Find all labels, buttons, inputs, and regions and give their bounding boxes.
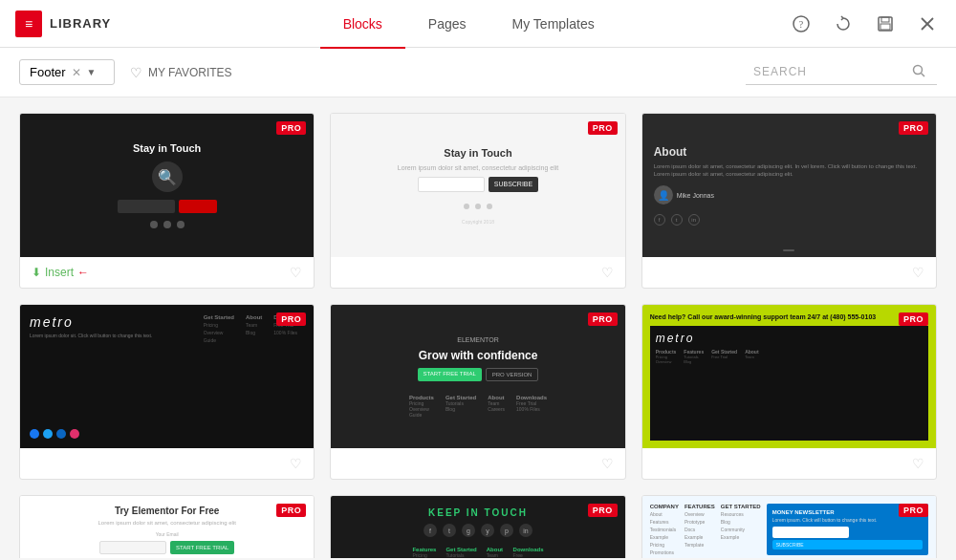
card-thumbnail-3: About Lorem ipsum dolor sit amet, consec… <box>642 114 936 257</box>
template-card-7[interactable]: Try Elementor For Free Lorem ipsum dolor… <box>19 495 315 558</box>
card-footer-3: ♡ <box>642 257 936 288</box>
pro-badge-6: PRO <box>899 312 928 326</box>
pro-badge-5: PRO <box>588 312 618 326</box>
card-footer-2: ♡ <box>331 257 624 288</box>
filter-arrow-icon: ▼ <box>87 67 97 77</box>
card-thumbnail-9: COMPANY About Features Testimonials Exam… <box>642 496 936 558</box>
header-actions: ? <box>788 11 941 37</box>
template-card-3[interactable]: About Lorem ipsum dolor sit amet, consec… <box>641 113 937 289</box>
card-thumbnail-7: Try Elementor For Free Lorem ipsum dolor… <box>20 496 314 558</box>
favorite-button-3[interactable]: ♡ <box>912 265 924 280</box>
favorite-button-1[interactable]: ♡ <box>290 265 302 280</box>
heart-icon: ♡ <box>130 65 142 80</box>
template-card-5[interactable]: ELEMENTOR Grow with confidence START FRE… <box>330 304 625 480</box>
card-footer-6: ♡ <box>642 448 936 479</box>
card-footer-5: ♡ <box>331 448 624 479</box>
logo-icon: ≡ <box>15 11 42 37</box>
card-footer-4: ♡ <box>20 448 314 479</box>
favorite-button-2[interactable]: ♡ <box>601 265 614 280</box>
grid-container: Stay in Touch 🔍 PRO ⬇ Insert ← <box>0 97 956 558</box>
filter-dropdown[interactable]: Footer ✕ ▼ <box>19 59 115 85</box>
insert-button-1[interactable]: ⬇ Insert ← <box>32 266 89 279</box>
favorite-button-5[interactable]: ♡ <box>601 456 614 471</box>
card-thumbnail-4: metro Lorem ipsum dolor sit. Click will … <box>20 305 314 448</box>
search-input[interactable] <box>753 65 906 78</box>
thumb-title-1: Stay in Touch <box>133 142 201 154</box>
template-card-2[interactable]: Stay in Touch Lorem ipsum dolor sit amet… <box>330 113 625 289</box>
favorites-label: MY FAVORITES <box>148 66 232 79</box>
card-thumbnail-6: Need help? Call our award-winning suppor… <box>642 305 936 448</box>
template-card-6[interactable]: Need help? Call our award-winning suppor… <box>641 304 937 480</box>
card-thumbnail-2: Stay in Touch Lorem ipsum dolor sit amet… <box>331 114 624 257</box>
help-button[interactable]: ? <box>788 11 815 37</box>
template-grid: Stay in Touch 🔍 PRO ⬇ Insert ← <box>19 113 937 558</box>
refresh-button[interactable] <box>830 11 857 37</box>
search-area <box>746 60 937 85</box>
svg-line-8 <box>922 73 925 76</box>
pro-badge-9: PRO <box>899 504 928 517</box>
tab-pages[interactable]: Pages <box>405 1 489 49</box>
svg-rect-4 <box>880 24 890 30</box>
pro-badge-3: PRO <box>899 121 928 135</box>
favorite-button-6[interactable]: ♡ <box>912 456 924 471</box>
insert-arrow-1: ← <box>77 266 89 279</box>
tab-my-templates[interactable]: My Templates <box>489 1 618 49</box>
close-button[interactable] <box>914 11 941 37</box>
svg-point-7 <box>914 65 923 74</box>
save-button[interactable] <box>872 11 899 37</box>
template-card-9[interactable]: COMPANY About Features Testimonials Exam… <box>641 495 937 558</box>
logo-symbol: ≡ <box>25 16 33 32</box>
template-card-8[interactable]: KEEP IN TOUCH f t g y p in Features Pric… <box>330 495 625 558</box>
tab-blocks[interactable]: Blocks <box>320 1 405 49</box>
app-title: LIBRARY <box>50 16 111 31</box>
filter-clear-button[interactable]: ✕ <box>72 66 81 79</box>
insert-label-1: Insert <box>45 266 74 279</box>
favorites-button[interactable]: ♡ MY FAVORITES <box>130 65 232 80</box>
search-icon <box>912 64 925 80</box>
filter-value: Footer <box>30 65 66 79</box>
pro-badge-2: PRO <box>588 121 618 135</box>
pro-badge-8: PRO <box>588 504 618 517</box>
logo-area: ≡ LIBRARY <box>15 11 111 37</box>
download-icon-1: ⬇ <box>32 266 41 279</box>
favorite-button-4[interactable]: ♡ <box>290 456 302 471</box>
template-card-4[interactable]: metro Lorem ipsum dolor sit. Click will … <box>19 304 315 480</box>
header-tabs: Blocks Pages My Templates <box>149 0 788 48</box>
toolbar: Footer ✕ ▼ ♡ MY FAVORITES <box>0 48 956 97</box>
avatar-3: 👤 <box>654 185 673 205</box>
template-card-1[interactable]: Stay in Touch 🔍 PRO ⬇ Insert ← <box>19 113 315 289</box>
header: ≡ LIBRARY Blocks Pages My Templates ? <box>0 0 956 48</box>
pro-badge-7: PRO <box>276 504 306 517</box>
pro-badge-1: PRO <box>276 121 306 135</box>
svg-text:?: ? <box>799 19 804 30</box>
card-thumbnail-5: ELEMENTOR Grow with confidence START FRE… <box>331 305 624 448</box>
card-footer-1: ⬇ Insert ← ♡ <box>20 257 314 288</box>
pro-badge-4: PRO <box>276 312 306 326</box>
card-thumbnail-1: Stay in Touch 🔍 PRO <box>20 114 314 257</box>
thumb-search-icon-1: 🔍 <box>152 162 183 192</box>
card-thumbnail-8: KEEP IN TOUCH f t g y p in Features Pric… <box>331 496 624 558</box>
